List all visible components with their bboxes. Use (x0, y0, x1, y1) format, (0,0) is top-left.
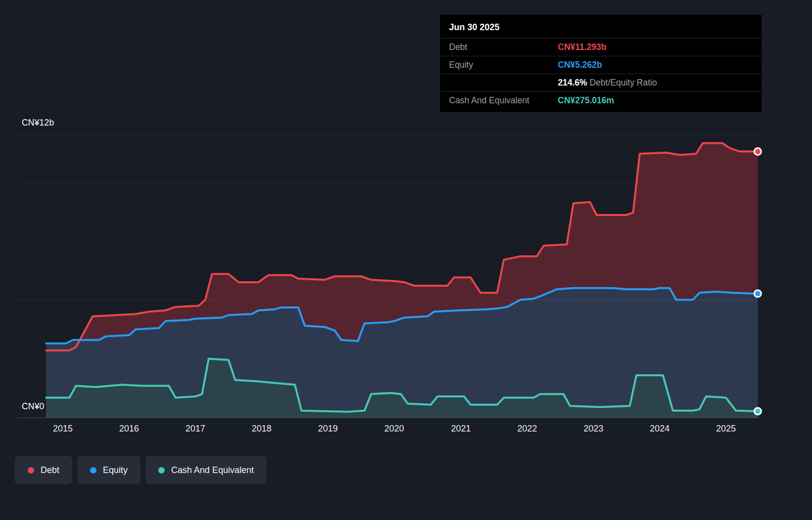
x-tick-2023: 2023 (584, 424, 603, 434)
chart-panel: CN¥12b CN¥0 2015201620172018201920202021… (0, 0, 812, 520)
tooltip-row-equity: Equity CN¥5.262b (440, 56, 762, 74)
cash-end-marker[interactable] (754, 408, 761, 415)
tooltip-row-cash: Cash And Equivalent CN¥275.016m (440, 91, 762, 109)
legend-item-equity[interactable]: Equity (77, 456, 140, 484)
x-tick-2024: 2024 (650, 424, 670, 434)
legend-cash-label: Cash And Equivalent (171, 465, 254, 476)
tooltip-equity-value: CN¥5.262b (558, 60, 753, 70)
legend-item-debt[interactable]: Debt (15, 456, 72, 484)
debt-dot-icon (28, 467, 34, 474)
legend-equity-label: Equity (103, 465, 128, 476)
y-axis-label-zero: CN¥0 (22, 401, 45, 412)
legend-item-cash[interactable]: Cash And Equivalent (145, 456, 267, 484)
equity-dot-icon (90, 467, 96, 474)
legend-debt-label: Debt (41, 465, 59, 476)
x-tick-2019: 2019 (318, 424, 338, 434)
tooltip-ratio: 214.6% Debt/Equity Ratio (558, 78, 753, 88)
x-tick-2015: 2015 (53, 424, 73, 434)
tooltip-row-debt: Debt CN¥11.293b (440, 38, 762, 56)
cash-dot-icon (158, 467, 165, 474)
tooltip-cash-label: Cash And Equivalent (449, 95, 558, 106)
tooltip-ratio-label: Debt/Equity Ratio (589, 78, 657, 87)
x-tick-2021: 2021 (451, 424, 471, 434)
x-tick-2018: 2018 (252, 424, 271, 434)
x-axis: 2015201620172018201920202021202220232024… (0, 424, 812, 438)
x-tick-2022: 2022 (517, 424, 537, 434)
equity-end-marker[interactable] (754, 290, 761, 297)
tooltip-debt-label: Debt (449, 42, 558, 52)
tooltip-debt-value: CN¥11.293b (558, 42, 753, 52)
legend: Debt Equity Cash And Equivalent (15, 456, 267, 484)
tooltip-cash-value: CN¥275.016m (558, 95, 753, 106)
x-tick-2020: 2020 (384, 424, 404, 434)
tooltip: Jun 30 2025 Debt CN¥11.293b Equity CN¥5.… (440, 15, 762, 112)
x-tick-2017: 2017 (185, 424, 205, 434)
x-tick-2025: 2025 (716, 424, 736, 434)
y-axis-label-top: CN¥12b (22, 118, 54, 128)
x-tick-2016: 2016 (119, 424, 139, 434)
tooltip-equity-label: Equity (449, 60, 558, 70)
tooltip-row-ratio: 214.6% Debt/Equity Ratio (440, 74, 762, 91)
tooltip-ratio-value: 214.6% (558, 78, 587, 87)
tooltip-date: Jun 30 2025 (440, 15, 762, 38)
debt-end-marker[interactable] (754, 148, 761, 155)
